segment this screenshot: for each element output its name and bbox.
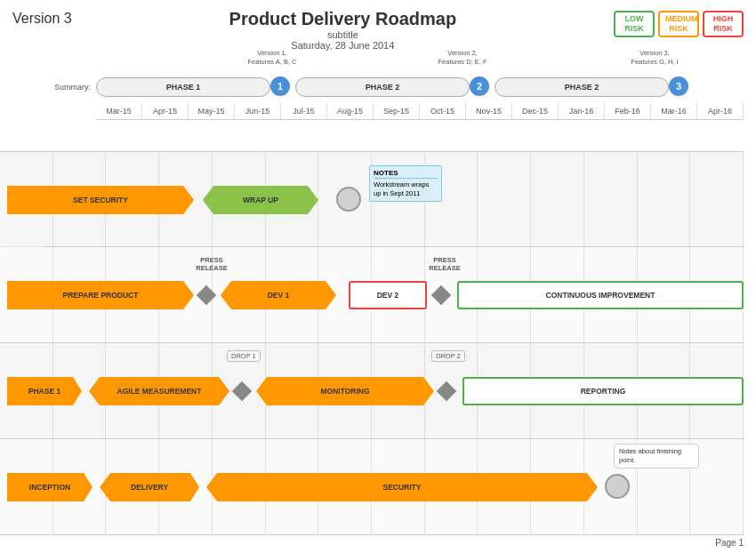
task-prepare-product: PREPARE PRODUCT	[7, 281, 194, 309]
notes-title: NOTES	[374, 169, 438, 179]
drop1-label: DROP 1	[227, 350, 261, 362]
summary-label: Summary:	[44, 83, 96, 92]
ws2-content: PREPARE PRODUCT PRESSRELEASE DEV 1 DEV 2…	[0, 247, 744, 342]
task-phase1: PHASE 1	[7, 377, 82, 405]
task-continuous-improvement: CONTINUOUS IMPROVEMENT	[457, 281, 744, 309]
task-wrap-up: WRAP UP	[203, 186, 318, 214]
task-inception: INCEPTION	[7, 473, 92, 501]
task-dev2: DEV 2	[349, 281, 427, 309]
workstream1-row: WORKSTREAM 1 SET SECURITY WRAP UP	[0, 151, 744, 247]
month-headers: Mar-15 Apr-15 May-15 Jun-15 Jul-15 Aug-1…	[96, 102, 744, 120]
task-security: SECURITY	[206, 473, 598, 501]
month-oct15: Oct-15	[420, 102, 466, 119]
ws3-content: PHASE 1 AGILE MEASUREMENT DROP 1 MONITOR…	[0, 343, 744, 438]
main-title: Product Delivery Roadmap	[72, 9, 614, 29]
month-jan16: Jan-16	[559, 102, 605, 119]
title-block: Product Delivery Roadmap subtitle Saturd…	[72, 9, 614, 51]
version1-label: Version 1,Features A, B, C	[237, 49, 308, 67]
subtitle: subtitle	[72, 29, 614, 40]
summary-row: Summary: PHASE 1 1 PHASE 2 2 PHASE 2 3	[44, 74, 744, 100]
notes-box: NOTES Workstream wraps up in Sept 2011	[369, 165, 442, 202]
phase2-marker: 2	[470, 76, 489, 96]
workstream3-row: WORKSTREAM 3 PHASE 1 AGILE MEASUREMENT D…	[0, 343, 744, 439]
month-apr16: Apr-16	[697, 102, 744, 119]
ws2-diamond1	[197, 285, 217, 306]
workstream4-row: WORKSTREAM 4 INCEPTION DELIVERY SECURITY	[0, 439, 744, 535]
month-apr15: Apr-15	[142, 102, 189, 119]
ws4-content: INCEPTION DELIVERY SECURITY Notes about …	[0, 439, 744, 534]
phase1-band: PHASE 1	[96, 77, 270, 97]
ws1-content: SET SECURITY WRAP UP NOTES Workstream wr…	[0, 152, 744, 246]
month-mar15: Mar-15	[96, 102, 142, 119]
month-nov15: Nov-15	[466, 102, 512, 119]
month-feb16: Feb-16	[605, 102, 651, 119]
workstream2-row: WORKSTREAM 2 PREPARE PRODUCT PRESSRELEAS…	[0, 247, 744, 343]
phase1-marker: 1	[270, 76, 290, 96]
month-may15: May-15	[189, 102, 235, 119]
drop2-label: DROP 2	[431, 350, 465, 362]
ws4-balloon-note: Notes about finishing point.	[614, 444, 699, 469]
version-label: Version 3	[12, 11, 72, 27]
ws4-milestone-circle	[605, 474, 630, 499]
phases-container: PHASE 1 1 PHASE 2 2 PHASE 2 3	[96, 74, 744, 100]
ws2-diamond2	[431, 285, 452, 306]
task-delivery: DELIVERY	[100, 473, 199, 501]
low-risk-badge: LOWRISK	[614, 11, 655, 37]
phase3-band: PHASE 2	[495, 77, 669, 97]
notes-text: Workstream wraps up in Sept 2011	[374, 180, 438, 198]
page-number: Page 1	[715, 538, 744, 548]
press-release2-label: PRESSRELEASE	[427, 256, 462, 272]
ws3-diamond1	[232, 381, 253, 402]
phase3-marker: 3	[669, 76, 688, 96]
ws1-milestone-circle	[336, 187, 361, 212]
medium-risk-badge: MEDIUMRISK	[658, 11, 699, 37]
month-aug15: Aug-15	[327, 102, 374, 119]
risk-badges: LOWRISK MEDIUMRISK HIGHRISK	[614, 11, 744, 37]
press-release1-label: PRESSRELEASE	[194, 256, 229, 272]
month-jun15: Jun-15	[235, 102, 281, 119]
phase2-band: PHASE 2	[295, 77, 470, 97]
page: Version 3 Product Delivery Roadmap subti…	[0, 0, 756, 553]
task-monitoring: MONITORING	[256, 377, 434, 405]
task-set-security: SET SECURITY	[7, 186, 194, 214]
month-mar16: Mar-16	[651, 102, 697, 119]
task-dev1: DEV 1	[221, 281, 336, 309]
timeline-area: Version 1,Features A, B, C Version 2,Fea…	[44, 49, 744, 151]
version2-label: Version 2,Features D, E, F	[427, 49, 498, 67]
header: Version 3 Product Delivery Roadmap subti…	[0, 0, 756, 49]
month-jul15: Jul-15	[281, 102, 327, 119]
version3-label: Version 3,Features G, H, I	[619, 49, 690, 67]
month-sep15: Sep-15	[374, 102, 420, 119]
ws3-diamond2	[437, 381, 457, 402]
month-dec15: Dec-15	[512, 102, 559, 119]
task-reporting: REPORTING	[462, 377, 744, 405]
task-agile-measurement: AGILE MEASUREMENT	[89, 377, 229, 405]
high-risk-badge: HIGHRISK	[703, 11, 744, 37]
